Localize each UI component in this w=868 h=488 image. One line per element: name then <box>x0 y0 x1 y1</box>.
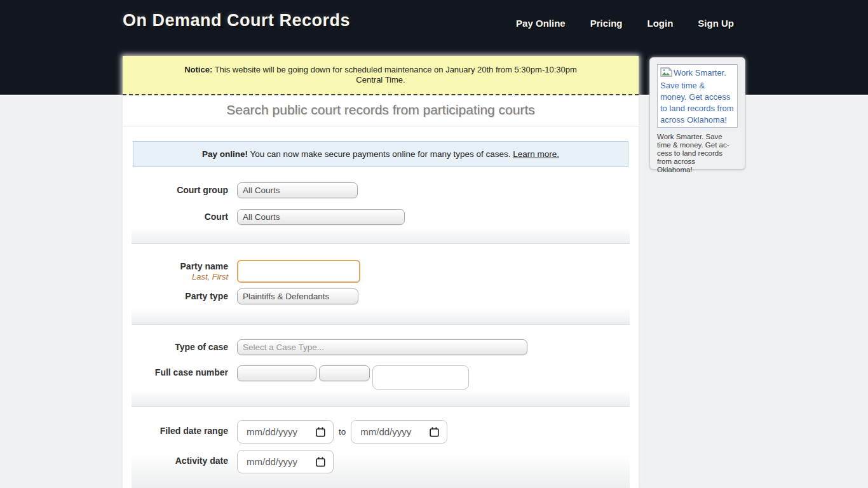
page-title: Search public court records from partici… <box>123 95 639 126</box>
maintenance-notice: Notice: This website will be going down … <box>123 56 639 95</box>
case-number-input-1[interactable] <box>237 365 316 381</box>
pay-banner-text: You can now make secure payments online … <box>250 149 510 159</box>
court-label: Court <box>132 209 237 222</box>
court-group-select[interactable]: All Courts <box>237 182 358 198</box>
content-panel: Notice: This website will be going down … <box>123 56 639 488</box>
filed-date-range-label: Filed date range <box>132 420 237 436</box>
activity-date-field <box>237 450 334 473</box>
activity-date-label: Activity date <box>132 450 237 466</box>
case-number-input-2[interactable] <box>319 365 370 381</box>
pay-online-banner: Pay online! You can now make secure paym… <box>133 141 628 167</box>
calendar-icon[interactable] <box>430 427 439 437</box>
filed-date-from-input[interactable] <box>247 426 316 437</box>
filed-date-from-field <box>237 420 334 444</box>
nav-link-sign-up[interactable]: Sign Up <box>698 18 734 29</box>
section-dates: Filed date range to <box>132 407 630 488</box>
case-number-label: Full case number <box>132 365 237 377</box>
section-party: Party name Last, First Party type Plaint… <box>132 244 630 325</box>
section-court: Pay online! You can now make secure paym… <box>132 141 630 244</box>
top-nav: Pay Online Pricing Login Sign Up <box>516 18 734 29</box>
notice-label: Notice: <box>184 65 212 74</box>
learn-more-link[interactable]: Learn more. <box>513 149 559 159</box>
broken-image-icon <box>660 67 672 79</box>
notice-text: This website will be going down for sche… <box>215 65 577 85</box>
filed-date-to-input[interactable] <box>360 426 430 437</box>
filed-date-to-field <box>351 420 447 444</box>
section-case: Type of case Select a Case Type... Full … <box>132 325 630 407</box>
party-type-label: Party type <box>132 288 237 301</box>
calendar-icon[interactable] <box>316 427 325 437</box>
nav-link-pricing[interactable]: Pricing <box>590 18 623 29</box>
case-type-label: Type of case <box>132 339 237 352</box>
case-type-select[interactable]: Select a Case Type... <box>237 339 527 355</box>
nav-link-pay-online[interactable]: Pay Online <box>516 18 566 29</box>
ad-caption: Work Smarter. Save time & money. Get ac-… <box>657 133 738 174</box>
party-name-label: Party name Last, First <box>132 260 237 281</box>
date-range-separator: to <box>339 427 346 437</box>
ad-image-link[interactable]: Work Smarter. Save time & money. Get acc… <box>657 64 738 128</box>
ad-card: Work Smarter. Save time & money. Get acc… <box>649 57 745 170</box>
party-type-select[interactable]: Plaintiffs & Defendants <box>237 288 358 304</box>
nav-link-login[interactable]: Login <box>648 18 674 29</box>
activity-date-input[interactable] <box>247 456 316 467</box>
party-name-input[interactable] <box>237 260 360 283</box>
court-select[interactable]: All Courts <box>237 209 405 225</box>
court-group-label: Court group <box>132 182 237 195</box>
case-number-input-3[interactable] <box>372 365 469 390</box>
pay-banner-label: Pay online! <box>202 149 248 159</box>
party-name-hint: Last, First <box>132 272 228 281</box>
site-logo[interactable]: On Demand Court Records <box>123 11 350 30</box>
calendar-icon[interactable] <box>316 457 325 467</box>
